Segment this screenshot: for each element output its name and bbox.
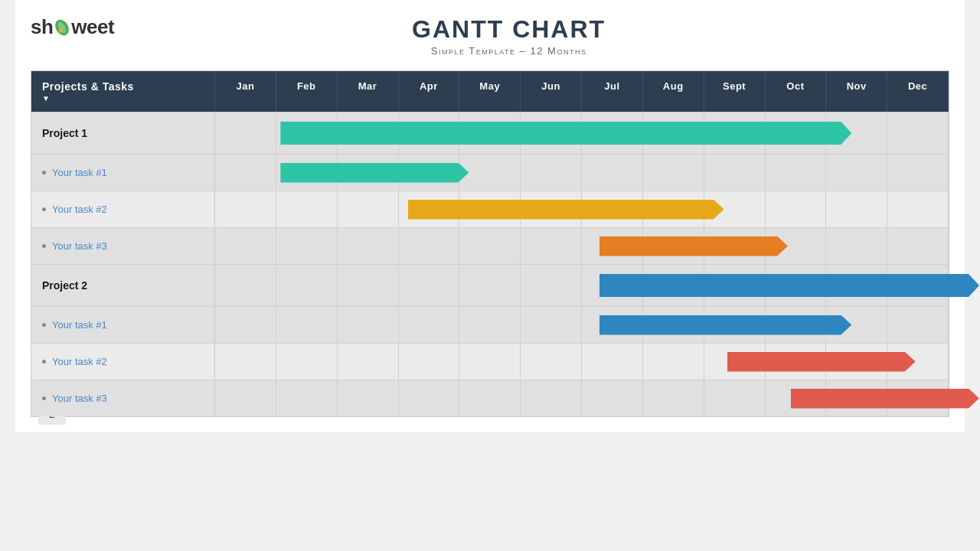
grid-cell [399,265,460,306]
grid-cell [338,191,399,227]
grid-cell [338,228,399,264]
task-label-5: Your task #1 [31,307,215,343]
gantt-row-5: Your task #1 [31,306,949,343]
logo-text-sh: sh [31,15,53,39]
gantt-grid-area-1 [215,155,949,191]
grid-cell [338,380,399,416]
grid-cell [276,265,338,306]
gantt-row-7: Your task #3 [31,380,949,416]
bullet-icon [42,171,46,174]
grid-cell [399,228,460,264]
gantt-bar-4 [599,274,979,297]
bullet-icon [42,244,46,248]
grid-cell [887,191,949,227]
grid-cell [215,307,276,343]
sort-arrow-icon: ▼ [42,94,211,103]
grid-cell [826,155,887,191]
grid-cell [215,112,276,154]
gantt-bar-0 [280,122,851,145]
grid-cell [399,380,460,416]
grid-cell [215,344,276,380]
grid-cell [643,380,704,416]
bullet-icon [42,360,46,364]
grid-cell [887,307,949,343]
grid-cell [521,344,582,380]
gantt-row-3: Your task #3 [31,227,949,264]
grid-cell [582,380,643,416]
grid-cell [399,344,460,380]
page-container: sh weet Gantt Chart Simple Template – 12… [15,0,965,432]
bullet-icon [42,207,46,211]
gantt-row-2: Your task #2 [31,191,949,227]
grid-cell [704,155,766,191]
gantt-bar-6 [727,352,916,372]
task-label-1: Your task #1 [31,155,215,191]
grid-cell [276,228,338,264]
project-label-4: Project 2 [31,265,215,306]
grid-cell [643,344,704,380]
gantt-month-mar: Mar [338,71,399,112]
grid-cell [338,307,399,343]
grid-cell [276,191,338,227]
logo-text-eet: weet [71,15,114,39]
grid-cell [582,155,643,191]
grid-cell [276,307,338,343]
gantt-grid-area-0 [215,112,949,154]
gantt-month-sept: Sept [704,71,766,112]
gantt-bar-7 [791,389,979,409]
task-label-7: Your task #3 [31,380,215,416]
grid-cell [459,307,521,343]
page-header: sh weet Gantt Chart Simple Template – 12… [31,15,949,57]
gantt-chart: Projects & Tasks ▼ JanFebMarAprMayJunJul… [31,70,949,417]
grid-cell [643,155,704,191]
gantt-month-dec: Dec [887,71,949,112]
gantt-row-1: Your task #1 [31,154,949,191]
main-title: Gantt Chart [114,15,903,44]
bullet-icon [42,396,46,400]
bullet-icon [42,323,46,327]
logo: sh weet [31,15,114,39]
gantt-month-jan: Jan [215,71,276,112]
grid-cell [215,380,276,416]
logo-leaf-icon [54,19,70,36]
grid-cell [459,265,521,306]
project-label-0: Project 1 [31,112,215,154]
grid-cell [459,380,521,416]
gantt-grid-area-5 [215,307,949,343]
grid-cell [399,307,460,343]
grid-cell [276,380,338,416]
gantt-row-0: Project 1 [31,112,949,154]
grid-cell [215,228,276,264]
gantt-month-aug: Aug [643,71,704,112]
gantt-grid-area-6 [215,344,949,380]
grid-cell [887,112,949,154]
task-label-2: Your task #2 [31,191,215,227]
gantt-row-6: Your task #2 [31,343,949,380]
grid-cell [521,265,582,306]
gantt-month-jul: Jul [582,71,643,112]
grid-cell [521,380,582,416]
grid-cell [521,228,582,264]
gantt-month-nov: Nov [826,71,887,112]
gantt-grid-area-2 [215,191,949,227]
gantt-bar-1 [280,163,469,183]
svg-point-2 [59,28,63,32]
gantt-grid-area-3 [215,228,949,264]
sub-title: Simple Template – 12 Months [114,45,903,57]
grid-cell [766,191,827,227]
task-label-6: Your task #2 [31,344,215,380]
gantt-month-apr: Apr [399,71,460,112]
gantt-row-4: Project 2 [31,264,949,306]
grid-cell [338,344,399,380]
gantt-grid-area-4 [215,265,949,306]
task-label-3: Your task #3 [31,228,215,264]
grid-cell [215,191,276,227]
grid-cell [704,380,766,416]
gantt-bar-5 [599,315,851,335]
grid-cell [215,155,276,191]
grid-cell [826,228,887,264]
gantt-header-row: Projects & Tasks ▼ JanFebMarAprMayJunJul… [31,71,949,112]
grid-cell [826,191,887,227]
grid-cell [521,155,582,191]
gantt-month-oct: Oct [766,71,827,112]
